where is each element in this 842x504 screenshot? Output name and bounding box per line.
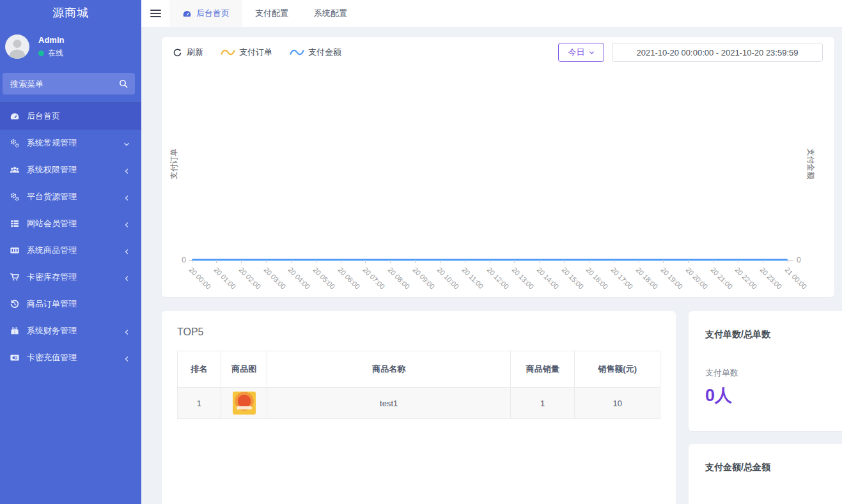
x-axis-tick-label: 20 02:00 (237, 266, 262, 291)
x-axis-tick (390, 260, 391, 263)
tab-payment-config[interactable]: 支付配置 (242, 0, 301, 27)
legend-pay-orders[interactable]: 支付订单 (221, 47, 272, 58)
tab-system-config[interactable]: 系统配置 (301, 0, 360, 27)
x-axis-tick-label: 20 04:00 (287, 266, 312, 291)
wave-icon (221, 49, 235, 56)
column-header: 商品名称 (267, 351, 511, 388)
sidebar-nav: 后台首页 系统常规管理 系统权限管理 平台货源管理 (0, 102, 141, 371)
x-axis-tick-label: 20 22:00 (734, 266, 759, 291)
table-cell: 1 (510, 388, 574, 419)
stat-card-title: 支付金额/总金额 (689, 444, 842, 473)
payments-chart-card: 刷新 支付订单 支付金额 今日 2021-10-20 00:00:00 - 20… (162, 37, 834, 297)
y-axis-label-left: 支付订单 (169, 132, 180, 196)
x-axis-tick (738, 260, 738, 263)
table-cell: 10 (575, 388, 660, 419)
chevron-left-icon (123, 355, 130, 361)
product-image (233, 392, 256, 415)
user-block: Admin 在线 (0, 26, 141, 69)
x-axis-tick-label: 20 16:00 (585, 266, 610, 291)
x-axis-tick (266, 260, 267, 263)
x-axis-tick (192, 260, 192, 263)
online-status-label: 在线 (48, 48, 63, 59)
sidebar-item-system-permission[interactable]: 系统权限管理 (0, 157, 141, 183)
legend-pay-amount[interactable]: 支付金额 (290, 47, 341, 58)
chevron-left-icon (123, 167, 130, 173)
sidebar-item-card-recharge[interactable]: 卡密充值管理 (0, 344, 141, 371)
range-preset-button[interactable]: 今日 (558, 43, 604, 62)
x-axis-tick (713, 260, 713, 263)
chevron-left-icon (123, 247, 130, 254)
x-axis-tick (440, 260, 440, 263)
x-axis-tick-label: 20 10:00 (436, 266, 461, 291)
table-cell: 1 (178, 388, 221, 419)
date-range-input[interactable]: 2021-10-20 00:00:00 - 2021-10-20 23:59:5… (612, 43, 823, 62)
x-axis-tick (365, 260, 366, 263)
x-axis-tick-label: 21 00:00 (784, 266, 809, 291)
sidebar-item-site-members[interactable]: 网站会员管理 (0, 210, 141, 237)
card-icon (10, 353, 20, 363)
main-content: 刷新 支付订单 支付金额 今日 2021-10-20 00:00:00 - 20… (141, 27, 842, 504)
cogs-icon (10, 192, 20, 202)
chevron-down-icon (123, 140, 130, 146)
x-axis-tick-label: 20 21:00 (709, 266, 734, 291)
x-axis-tick (688, 260, 689, 263)
top5-table: 排名商品图商品名称商品销量销售额(元) 1test1110 (177, 351, 660, 419)
pay-amount-card: 支付金额/总金额 (689, 444, 842, 504)
x-axis-tick (465, 260, 465, 263)
table-cell: test1 (267, 388, 511, 419)
dashboard-icon (10, 111, 20, 121)
x-axis-tick-label: 20 18:00 (635, 266, 660, 291)
sidebar-item-platform-supply[interactable]: 平台货源管理 (0, 183, 141, 210)
users-icon (10, 165, 20, 175)
sidebar-item-card-inventory[interactable]: 卡密库存管理 (0, 264, 141, 291)
sidebar-item-system-products[interactable]: 系统商品管理 (0, 237, 141, 264)
table-row: 1test1110 (178, 388, 660, 419)
x-axis-tick-label: 20 19:00 (659, 266, 684, 291)
x-axis-tick-label: 20 07:00 (361, 266, 386, 291)
sidebar-item-product-orders[interactable]: 商品订单管理 (0, 291, 141, 317)
list-icon (10, 218, 20, 229)
sidebar-item-system-finance[interactable]: 系统财务管理 (0, 317, 141, 344)
chevron-left-icon (123, 194, 130, 200)
x-axis-tick (216, 260, 217, 263)
search-icon[interactable] (118, 79, 129, 89)
tab-dashboard[interactable]: 后台首页 (169, 0, 242, 27)
search-input[interactable] (3, 73, 135, 95)
x-axis-tick-label: 20 15:00 (560, 266, 585, 291)
x-axis-tick-label: 20 05:00 (312, 266, 337, 291)
column-header: 商品销量 (510, 351, 574, 388)
x-axis-tick (614, 260, 614, 263)
y-axis-zero-right: 0 (797, 256, 801, 264)
menu-toggle-icon[interactable] (141, 0, 169, 27)
x-axis-tick-label: 20 23:00 (759, 266, 784, 291)
y-axis-zero-left: 0 (171, 256, 186, 264)
x-axis-tick-label: 20 11:00 (461, 266, 485, 290)
cogs-icon (10, 138, 20, 148)
chevron-down-icon (589, 50, 595, 56)
chevron-left-icon (123, 328, 130, 334)
x-axis-tick (663, 260, 664, 263)
top5-card: TOP5 排名商品图商品名称商品销量销售额(元) 1test1110 (162, 311, 676, 504)
x-axis-tick (316, 260, 316, 263)
x-axis-tick (763, 260, 763, 263)
x-axis-tick (788, 260, 788, 263)
sidebar-item-dashboard[interactable]: 后台首页 (0, 103, 141, 130)
x-axis-tick-label: 20 00:00 (188, 266, 213, 291)
stat-card-title: 支付单数/总单数 (689, 311, 842, 340)
x-axis-tick-label: 20 06:00 (337, 266, 362, 291)
x-axis-tick (589, 260, 589, 263)
x-axis-tick-label: 20 12:00 (486, 266, 511, 291)
x-axis-tick-label: 20 09:00 (411, 266, 436, 291)
stat-metric-value: 0人 (689, 379, 842, 407)
binoculars-icon (10, 326, 20, 336)
sidebar-item-system-general[interactable]: 系统常规管理 (0, 130, 141, 157)
x-axis-tick-label: 20 03:00 (262, 266, 287, 291)
y-axis-label-right: 支付金额 (805, 132, 816, 196)
online-status-dot (38, 50, 44, 56)
user-name: Admin (38, 35, 64, 45)
chevron-left-icon (123, 220, 130, 227)
chart-toolbar: 刷新 支付订单 支付金额 今日 2021-10-20 00:00:00 - 20… (162, 37, 834, 68)
x-axis-tick (241, 260, 242, 263)
refresh-button[interactable]: 刷新 (173, 47, 203, 58)
refresh-icon (173, 48, 182, 57)
